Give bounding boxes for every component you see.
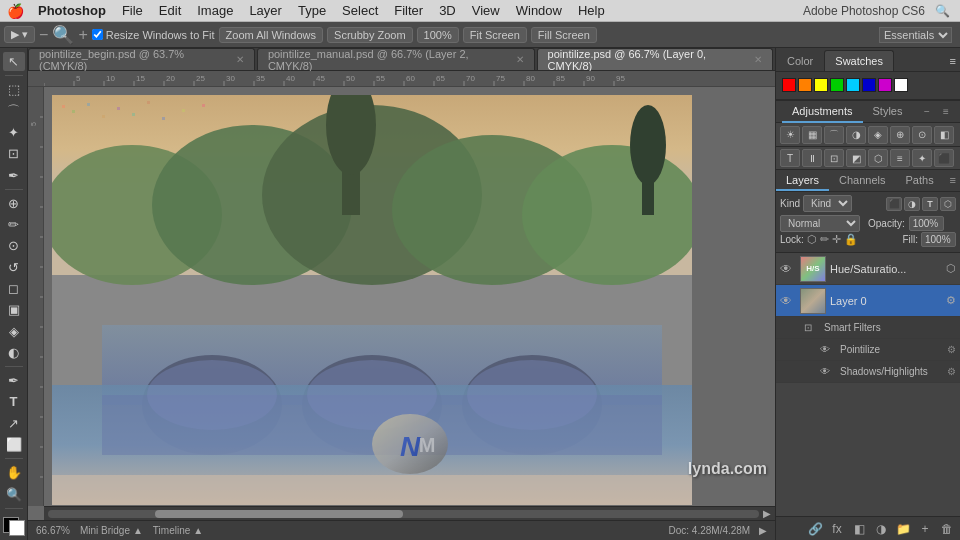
layer-mask-btn[interactable]: ◧	[850, 521, 868, 537]
adj-minimize-btn[interactable]: −	[919, 104, 935, 120]
eyedropper-tool[interactable]: ✒	[3, 165, 25, 184]
tab-close-2[interactable]: ✕	[754, 54, 762, 65]
zoom-tool[interactable]: 🔍	[3, 484, 25, 503]
play-btn[interactable]: ▶	[759, 525, 767, 536]
layer-hue-sat[interactable]: 👁 H/S Hue/Saturatio... ⬡	[776, 253, 960, 285]
adj-icon-15[interactable]: ✦	[912, 149, 932, 167]
eye-hue-sat[interactable]: 👁	[780, 262, 796, 276]
path-selection-tool[interactable]: ↗	[3, 414, 25, 433]
layer-group-btn[interactable]: 📁	[894, 521, 912, 537]
adj-icon-13[interactable]: ⬡	[868, 149, 888, 167]
scroll-arrow-right[interactable]: ▶	[763, 508, 771, 519]
shadows-highlights-row[interactable]: 👁 Shadows/Highlights ⚙	[776, 361, 960, 383]
horizontal-scrollbar[interactable]: ▶	[44, 506, 775, 520]
menu-window[interactable]: Window	[508, 1, 570, 20]
type-tool[interactable]: T	[3, 392, 25, 411]
adj-icon-3[interactable]: ⌒	[824, 126, 844, 144]
adj-icon-5[interactable]: ◈	[868, 126, 888, 144]
zoom-plus-btn[interactable]: +	[78, 26, 87, 44]
menu-image[interactable]: Image	[189, 1, 241, 20]
fit-screen-btn[interactable]: Fit Screen	[463, 27, 527, 43]
scrollbar-track-h[interactable]	[48, 510, 759, 518]
marquee-tool[interactable]: ⬚	[3, 80, 25, 99]
swatch-cyan[interactable]	[846, 78, 860, 92]
layer-adj-btn[interactable]: ◑	[872, 521, 890, 537]
menu-file[interactable]: File	[114, 1, 151, 20]
layer-props-btn[interactable]: ⚙	[946, 294, 956, 307]
filter-pixel-icon[interactable]: ⬛	[886, 197, 902, 211]
lock-all-icon[interactable]: 🔒	[844, 233, 858, 246]
eye-shadows-highlights[interactable]: 👁	[820, 366, 836, 377]
zoom-icon[interactable]: 🔍	[52, 24, 74, 46]
swatch-magenta[interactable]	[878, 78, 892, 92]
tab-pointilize-manual[interactable]: pointilize_manual.psd @ 66.7% (Layer 2, …	[257, 48, 535, 70]
adj-icon-4[interactable]: ◑	[846, 126, 866, 144]
quick-select-tool[interactable]: ✦	[3, 123, 25, 142]
arrow-tool-btn[interactable]: ▶ ▾	[4, 26, 35, 43]
adj-icon-1[interactable]: ☀	[780, 126, 800, 144]
swatch-blue[interactable]	[862, 78, 876, 92]
scrollbar-thumb-h[interactable]	[155, 510, 404, 518]
fill-screen-btn[interactable]: Fill Screen	[531, 27, 597, 43]
stamp-tool[interactable]: ⊙	[3, 236, 25, 255]
adj-icon-16[interactable]: ⬛	[934, 149, 954, 167]
swatch-white[interactable]	[894, 78, 908, 92]
blur-tool[interactable]: ◈	[3, 322, 25, 341]
history-tool[interactable]: ↺	[3, 258, 25, 277]
dodge-tool[interactable]: ◐	[3, 343, 25, 362]
layer-link-btn[interactable]: 🔗	[806, 521, 824, 537]
filter-type-icon[interactable]: T	[922, 197, 938, 211]
workspace-dropdown[interactable]: Essentials	[879, 27, 952, 43]
canvas-image[interactable]	[52, 95, 692, 505]
gradient-tool[interactable]: ▣	[3, 300, 25, 319]
adj-icon-7[interactable]: ⊙	[912, 126, 932, 144]
scrubby-zoom-btn[interactable]: Scrubby Zoom	[327, 27, 413, 43]
zoom-minus-btn[interactable]: −	[39, 26, 48, 44]
eye-pointilize[interactable]: 👁	[820, 344, 836, 355]
menu-type[interactable]: Type	[290, 1, 334, 20]
layers-tab-layers[interactable]: Layers	[776, 170, 829, 191]
adj-menu-btn[interactable]: ≡	[938, 104, 954, 120]
background-color[interactable]	[9, 520, 25, 536]
lock-position-icon[interactable]: ✛	[832, 233, 841, 246]
pointilize-settings[interactable]: ⚙	[947, 344, 956, 355]
pointilize-filter-row[interactable]: 👁 Pointilize ⚙	[776, 339, 960, 361]
adj-icon-9[interactable]: T	[780, 149, 800, 167]
tab-pointilize[interactable]: pointilize.psd @ 66.7% (Layer 0, CMYK/8)…	[537, 48, 773, 70]
adj-icon-14[interactable]: ≡	[890, 149, 910, 167]
adj-icon-10[interactable]: Ⅱ	[802, 149, 822, 167]
resize-windows-checkbox-label[interactable]: Resize Windows to Fit	[92, 29, 215, 41]
tab-pointilize-begin[interactable]: pointilize_begin.psd @ 63.7% (CMYK/8) ✕	[28, 48, 255, 70]
swatch-yellow[interactable]	[814, 78, 828, 92]
swatch-red[interactable]	[782, 78, 796, 92]
tab-close-0[interactable]: ✕	[236, 54, 244, 65]
adj-icon-12[interactable]: ◩	[846, 149, 866, 167]
eye-layer0[interactable]: 👁	[780, 294, 796, 308]
adj-tab-styles[interactable]: Styles	[863, 101, 913, 123]
menu-help[interactable]: Help	[570, 1, 613, 20]
swatches-tab[interactable]: Swatches	[824, 50, 894, 71]
color-tab[interactable]: Color	[776, 50, 824, 71]
layer-fx-btn[interactable]: fx	[828, 521, 846, 537]
menu-view[interactable]: View	[464, 1, 508, 20]
adj-tab-adjustments[interactable]: Adjustments	[782, 101, 863, 123]
resize-windows-checkbox[interactable]	[92, 29, 103, 40]
adj-icon-11[interactable]: ⊡	[824, 149, 844, 167]
lock-transparent-icon[interactable]: ⬡	[807, 233, 817, 246]
tab-close-1[interactable]: ✕	[516, 54, 524, 65]
menu-filter[interactable]: Filter	[386, 1, 431, 20]
adj-icon-6[interactable]: ⊕	[890, 126, 910, 144]
eraser-tool[interactable]: ◻	[3, 279, 25, 298]
move-tool[interactable]: ↖	[3, 52, 25, 71]
timeline-btn[interactable]: Timeline ▲	[153, 525, 203, 536]
patch-tool[interactable]: ⊕	[3, 194, 25, 213]
menu-layer[interactable]: Layer	[241, 1, 290, 20]
fill-input[interactable]	[921, 232, 956, 247]
canvas-wrapper[interactable]: lynda.com	[44, 87, 775, 506]
blend-mode-select[interactable]: Normal	[780, 215, 860, 232]
lasso-tool[interactable]: ⌒	[3, 102, 25, 121]
opacity-input[interactable]	[909, 216, 944, 231]
filter-kind-select[interactable]: Kind	[803, 195, 852, 212]
layers-tab-channels[interactable]: Channels	[829, 170, 895, 191]
layer-0[interactable]: 👁 Layer 0 ⚙	[776, 285, 960, 317]
